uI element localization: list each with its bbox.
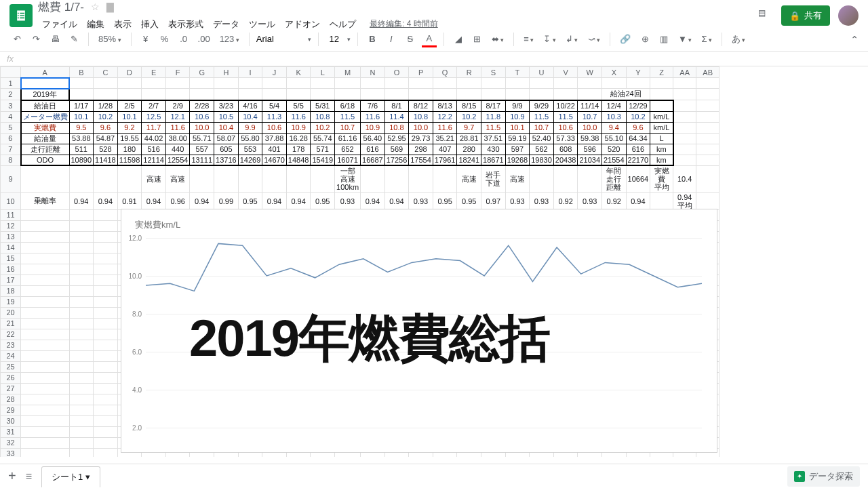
borders-icon[interactable]: ⊞	[470, 31, 485, 47]
share-button[interactable]: 🔒 共有	[781, 5, 830, 26]
dec-decrease-icon[interactable]: .0	[176, 31, 191, 47]
paint-icon[interactable]: ✎	[66, 31, 81, 47]
halign-icon[interactable]: ≡	[521, 31, 536, 47]
avatar[interactable]	[838, 5, 859, 26]
menu-データ[interactable]: データ	[209, 16, 243, 33]
valign-icon[interactable]: ↧	[540, 31, 559, 47]
chart[interactable]: 実燃費km/L 12.010.08.06.04.02.0 2019年燃費総括	[121, 209, 717, 453]
print-icon[interactable]: 🖶	[47, 31, 62, 47]
menu-ヘルプ[interactable]: ヘルプ	[326, 16, 360, 33]
wrap-icon[interactable]: ↲	[563, 31, 581, 47]
menu-ファイル[interactable]: ファイル	[38, 16, 81, 33]
format-select[interactable]: 123	[217, 31, 242, 47]
comments-icon[interactable]: ▤	[758, 8, 773, 23]
font-select[interactable]	[256, 34, 304, 44]
functions-icon[interactable]: Σ	[698, 31, 715, 47]
menu-ツール[interactable]: ツール	[245, 16, 279, 33]
fill-icon[interactable]: ◢	[451, 31, 466, 47]
overlay-text: 2019年燃費総括	[189, 304, 549, 374]
comment-icon[interactable]: ⊕	[637, 31, 652, 47]
rotate-icon[interactable]: ⤻	[585, 31, 604, 47]
percent-icon[interactable]: %	[157, 31, 172, 47]
redo-icon[interactable]: ↷	[28, 31, 43, 47]
dec-increase-icon[interactable]: .00	[195, 31, 213, 47]
textcolor-icon[interactable]: A	[422, 31, 437, 47]
undo-icon[interactable]: ↶	[9, 31, 24, 47]
menu-bar: ファイル編集表示挿入表示形式データツールアドオンヘルプ最終編集: 4 時間前	[38, 16, 758, 33]
last-edit[interactable]: 最終編集: 4 時間前	[366, 16, 442, 32]
size-select[interactable]	[326, 34, 343, 44]
bold-icon[interactable]: B	[365, 31, 380, 47]
chart-title: 実燃費km/L	[121, 209, 717, 231]
folder-icon[interactable]: ▇	[106, 1, 114, 12]
strike-icon[interactable]: S	[403, 31, 418, 47]
menu-アドオン[interactable]: アドオン	[281, 16, 324, 33]
currency-icon[interactable]: ¥	[138, 31, 153, 47]
italic-icon[interactable]: I	[384, 31, 399, 47]
menu-挿入[interactable]: 挿入	[137, 16, 163, 33]
cell-A1[interactable]	[21, 78, 70, 89]
merge-icon[interactable]: ⬌	[489, 31, 507, 47]
doc-title[interactable]: 燃費 1/7-	[38, 0, 84, 15]
ime-icon[interactable]: あ	[729, 30, 749, 48]
filter-icon[interactable]: ▼	[675, 31, 694, 47]
star-icon[interactable]: ☆	[91, 1, 100, 12]
zoom-select[interactable]: 85%	[96, 31, 124, 47]
chart-icon[interactable]: ▥	[656, 31, 671, 47]
sheets-logo[interactable]	[9, 4, 33, 27]
collapse-icon[interactable]: ⌄	[850, 34, 859, 45]
menu-編集[interactable]: 編集	[83, 16, 108, 33]
formula-bar[interactable]: fx	[0, 52, 868, 66]
menu-表示[interactable]: 表示	[110, 16, 136, 33]
menu-表示形式[interactable]: 表示形式	[164, 16, 208, 33]
link-icon[interactable]: 🔗	[617, 31, 633, 47]
